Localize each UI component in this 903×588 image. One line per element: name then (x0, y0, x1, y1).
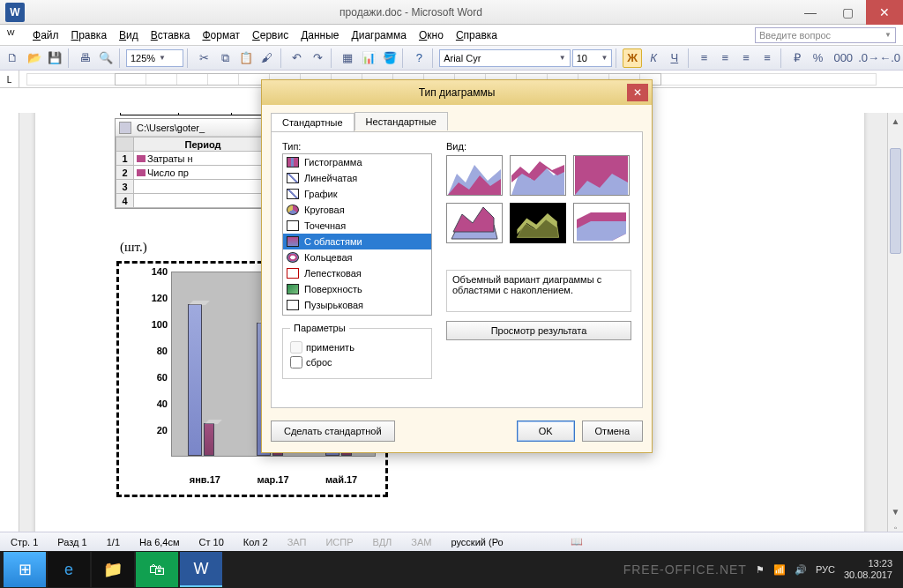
chart-button[interactable]: 📊 (359, 48, 378, 68)
subtype-1[interactable] (446, 155, 503, 196)
menu-Вид[interactable]: Вид (113, 27, 145, 43)
app-menu-icon[interactable]: W (7, 28, 21, 42)
params-legend: Параметры (290, 323, 349, 333)
inc-decimal-button[interactable]: .0→ (859, 48, 878, 68)
ok-button[interactable]: OK (517, 421, 575, 442)
menu-Правка[interactable]: Правка (65, 27, 114, 43)
scroll-down-button[interactable]: ▼ (888, 503, 903, 519)
align-right-button[interactable]: ≡ (736, 48, 756, 68)
maximize-button[interactable]: ▢ (829, 0, 866, 25)
subtype-4[interactable] (446, 203, 503, 243)
copy-button[interactable]: ⧉ (215, 48, 235, 68)
tray-sound-icon[interactable]: 🔊 (795, 564, 807, 576)
taskbar-ie[interactable]: e (48, 552, 90, 587)
undo-button[interactable]: ↶ (287, 48, 306, 68)
dialog-close-button[interactable]: ✕ (627, 84, 648, 101)
status-flag: ИСПР (320, 537, 358, 547)
menu-Файл[interactable]: Файл (26, 27, 65, 43)
table-cell[interactable]: Период (121, 113, 179, 115)
underline-button[interactable]: Ч (665, 48, 684, 68)
view-label: Вид: (446, 141, 631, 152)
dec-decimal-button[interactable]: ←.0 (880, 48, 899, 68)
percent-button[interactable]: % (809, 48, 828, 68)
format-painter-button[interactable]: 🖌 (257, 48, 277, 68)
scroll-up-button[interactable]: ▲ (888, 113, 903, 129)
tray-flag-icon[interactable]: ⚑ (756, 564, 765, 576)
align-left-button[interactable]: ≡ (695, 48, 714, 68)
subtype-2[interactable] (510, 155, 566, 196)
menu-Сервис[interactable]: Сервис (246, 27, 295, 43)
chart-type-option[interactable]: С областями (283, 234, 431, 249)
menu-Формат[interactable]: Формат (196, 27, 246, 43)
cut-button[interactable]: ✂ (194, 48, 213, 68)
make-default-button[interactable]: Сделать стандартной (271, 421, 395, 442)
start-button[interactable]: ⊞ (4, 552, 46, 587)
zoom-combo[interactable]: 125%▼ (126, 49, 183, 67)
preview-result-button[interactable]: Просмотр результата (446, 321, 631, 340)
italic-button[interactable]: К (644, 48, 663, 68)
subtype-3[interactable] (573, 155, 630, 196)
justify-button[interactable]: ≡ (757, 48, 777, 68)
font-size-combo[interactable]: 10▼ (572, 49, 613, 67)
fill-color-button[interactable]: 🪣 (380, 48, 399, 68)
font-name-combo[interactable]: Arial Cyr▼ (439, 49, 571, 67)
chart-type-option[interactable]: Кольцевая (283, 249, 431, 265)
table-button[interactable]: ▦ (338, 48, 357, 68)
currency-button[interactable]: ₽ (787, 48, 807, 68)
chart-type-option[interactable]: Поверхность (283, 281, 431, 297)
vertical-scrollbar[interactable]: ▲ ▼ ◦ ▾ (887, 113, 903, 551)
taskbar-word[interactable]: W (180, 552, 222, 587)
bold-button[interactable]: Ж (623, 48, 642, 68)
align-center-button[interactable]: ≡ (715, 48, 735, 68)
print-preview-button[interactable]: 🔍 (96, 48, 116, 68)
tray-network-icon[interactable]: 📶 (773, 564, 786, 576)
menu-Вставка[interactable]: Вставка (145, 27, 197, 43)
svg-marker-7 (453, 207, 494, 232)
taskbar-explorer[interactable]: 📁 (92, 552, 134, 587)
menu-Данные[interactable]: Данные (295, 27, 345, 43)
open-button[interactable]: 📂 (25, 48, 44, 68)
new-doc-button[interactable]: 🗋 (4, 48, 23, 68)
x-axis: янв.17мар.17май.17 (171, 474, 376, 485)
vertical-ruler[interactable] (0, 113, 19, 551)
table-cell[interactable]: 01/ (178, 113, 231, 115)
chart-type-dialog: Тип диаграммы ✕ Стандартные Нестандартны… (261, 79, 653, 453)
status-flag: ЗАП (282, 537, 312, 547)
scroll-thumb[interactable] (890, 148, 901, 254)
minimize-button[interactable]: — (792, 0, 829, 25)
book-icon[interactable]: 📖 (571, 536, 583, 547)
chart-type-option[interactable]: Пузырьковая (283, 297, 431, 313)
tab-custom[interactable]: Нестандартные (354, 112, 448, 130)
taskbar-store[interactable]: 🛍 (136, 552, 178, 587)
system-tray[interactable]: FREE-OFFICE.NET ⚑ 📶 🔊 РУС 13:23 30.08.20… (623, 558, 899, 581)
close-button[interactable]: ✕ (866, 0, 903, 25)
cancel-button[interactable]: Отмена (582, 421, 643, 442)
dialog-tabs: Стандартные Нестандартные (271, 112, 448, 130)
chart-type-option[interactable]: Точечная (283, 218, 431, 234)
apply-checkbox[interactable]: применить (290, 341, 424, 354)
dialog-titlebar[interactable]: Тип диаграммы ✕ (262, 80, 652, 105)
help-button[interactable]: ? (409, 48, 429, 68)
menu-Диаграмма[interactable]: Диаграмма (346, 27, 413, 43)
chart-type-option[interactable]: Гистограмма (283, 154, 431, 170)
chart-type-list[interactable]: ГистограммаЛинейчатаяГрафикКруговаяТочеч… (282, 153, 432, 316)
reset-checkbox[interactable]: сброс (290, 356, 424, 368)
y-axis: 20406080100120140 (146, 272, 169, 457)
save-button[interactable]: 💾 (46, 48, 65, 68)
tab-standard[interactable]: Стандартные (271, 113, 354, 131)
print-button[interactable]: 🖶 (75, 48, 94, 68)
paste-button[interactable]: 📋 (236, 48, 256, 68)
menu-Справка[interactable]: Справка (450, 27, 504, 43)
menu-Окно[interactable]: Окно (413, 27, 450, 43)
redo-button[interactable]: ↷ (308, 48, 327, 68)
thousands-button[interactable]: 000 (829, 48, 857, 68)
chart-type-option[interactable]: Линейчатая (283, 170, 431, 186)
chart-type-option[interactable]: График (283, 186, 431, 202)
subtype-5-selected[interactable] (510, 203, 566, 243)
subtype-6[interactable] (573, 203, 630, 243)
chart-type-option[interactable]: Круговая (283, 202, 431, 218)
tray-language[interactable]: РУС (816, 564, 835, 575)
tray-clock[interactable]: 13:23 30.08.2017 (844, 558, 892, 581)
chart-type-option[interactable]: Лепестковая (283, 265, 431, 281)
ask-question-box[interactable]: Введите вопрос▼ (755, 27, 896, 43)
